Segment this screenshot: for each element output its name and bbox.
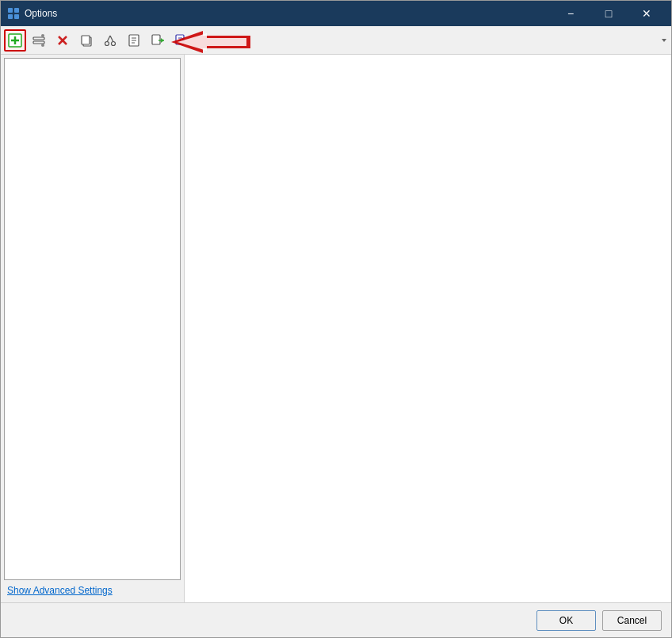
cancel-button[interactable]: Cancel [602, 610, 662, 631]
content-area: Show Advanced Settings [1, 55, 671, 602]
app-icon [7, 7, 20, 20]
right-panel [185, 55, 671, 602]
svg-rect-14 [82, 36, 90, 44]
show-advanced-settings-link[interactable]: Show Advanced Settings [4, 580, 181, 599]
annotation-arrow [155, 29, 250, 58]
svg-line-18 [110, 36, 113, 42]
svg-rect-8 [33, 41, 44, 44]
close-button[interactable]: ✕ [628, 1, 665, 26]
export-button[interactable] [170, 29, 193, 52]
svg-point-10 [41, 44, 44, 47]
svg-line-17 [107, 36, 110, 42]
delete-button[interactable] [52, 29, 74, 52]
ok-button[interactable]: OK [536, 610, 596, 631]
svg-rect-23 [152, 35, 160, 44]
cut-button[interactable] [99, 29, 121, 52]
left-panel: Show Advanced Settings [1, 55, 185, 602]
restore-button[interactable]: □ [590, 1, 627, 26]
layers-button[interactable] [28, 29, 50, 52]
add-button[interactable] [4, 29, 26, 52]
doc1-button[interactable] [123, 29, 145, 52]
svg-point-16 [112, 41, 116, 45]
svg-rect-0 [8, 8, 13, 13]
bottom-bar: OK Cancel [1, 602, 671, 637]
toolbar [1, 26, 671, 55]
window-title: Options [25, 8, 57, 19]
svg-point-15 [105, 41, 109, 45]
copy-button[interactable] [75, 29, 97, 52]
toolbar-dropdown-arrow[interactable] [660, 33, 668, 48]
svg-rect-3 [14, 14, 19, 19]
svg-point-9 [41, 34, 44, 37]
svg-rect-1 [14, 8, 19, 13]
title-bar-controls: − □ ✕ [552, 1, 665, 26]
import-button[interactable] [147, 29, 169, 52]
svg-marker-32 [662, 39, 666, 42]
title-bar-left: Options [7, 7, 57, 20]
svg-rect-2 [8, 14, 13, 19]
options-list[interactable] [4, 58, 181, 580]
svg-rect-7 [33, 37, 44, 40]
title-bar: Options − □ ✕ [1, 1, 671, 26]
options-window: Options − □ ✕ [0, 0, 672, 638]
minimize-button[interactable]: − [552, 1, 589, 26]
